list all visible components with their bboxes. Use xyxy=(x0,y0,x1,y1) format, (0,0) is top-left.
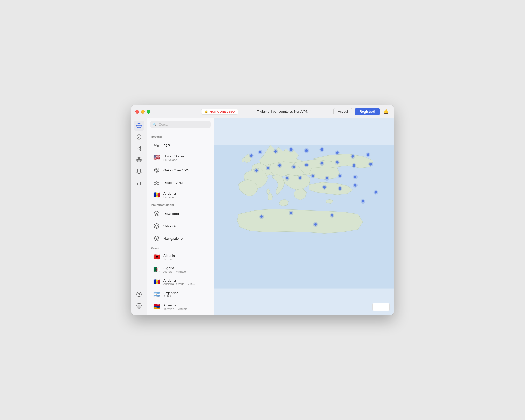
svg-point-55 xyxy=(266,166,270,170)
svg-point-99 xyxy=(374,190,378,195)
list-scroll[interactable]: Recenti P2P 🇺🇸 United States Più velo xyxy=(147,131,214,315)
connection-status-text: NON CONNESSO xyxy=(210,110,235,113)
nav-icon-mesh[interactable] xyxy=(134,143,144,154)
svg-line-6 xyxy=(138,147,140,148)
svg-rect-28 xyxy=(157,183,159,184)
list-item-algeria[interactable]: 🇩🇿 Algeria Algiers – Virtuale xyxy=(148,263,212,276)
titlebar-title: Ti diamo il benvenuto su NordVPN xyxy=(241,110,324,114)
svg-marker-32 xyxy=(154,236,159,238)
svg-point-11 xyxy=(138,159,140,160)
svg-point-49 xyxy=(350,154,355,159)
andorra-flag: 🇦🇩 xyxy=(152,278,161,286)
list-item-navigazione[interactable]: Navigazione xyxy=(148,232,212,245)
svg-rect-19 xyxy=(154,144,156,145)
list-item-andorra-recent[interactable]: 🇦🇩 Andorra Più veloce xyxy=(148,189,212,201)
nav-icon-globe[interactable] xyxy=(134,121,144,131)
nav-icon-shield[interactable] xyxy=(134,132,144,142)
svg-point-71 xyxy=(285,176,290,181)
nav-icon-help[interactable] xyxy=(134,289,144,299)
close-button[interactable] xyxy=(135,110,139,114)
svg-point-87 xyxy=(353,183,358,188)
zoom-in-button[interactable]: + xyxy=(381,303,389,311)
p2p-text: P2P xyxy=(163,144,170,147)
list-panel: 🔍 Recenti P2P 🇺🇸 xyxy=(147,118,214,315)
search-input[interactable] xyxy=(159,123,208,126)
navigazione-text: Navigazione xyxy=(163,237,183,241)
list-item-argentina[interactable]: 🇦🇷 Argentina 2 città xyxy=(148,288,212,301)
icon-sidebar xyxy=(131,118,147,315)
list-item-armenia[interactable]: 🇦🇲 Armenia Yerevan – Virtuale xyxy=(148,301,212,313)
svg-point-53 xyxy=(254,168,259,173)
connection-status: 🔒 NON CONNESSO xyxy=(201,109,238,115)
svg-point-97 xyxy=(361,199,365,204)
list-item-velocita[interactable]: Velocità xyxy=(148,220,212,232)
albania-sub: Tirana xyxy=(163,258,175,261)
svg-point-43 xyxy=(304,148,309,153)
list-item-double-vpn[interactable]: Double VPN xyxy=(148,176,212,189)
nav-icon-layers[interactable] xyxy=(134,166,144,176)
accedi-button[interactable]: Accedi xyxy=(333,108,352,115)
download-text: Download xyxy=(163,212,179,216)
search-input-wrapper: 🔍 xyxy=(150,121,211,128)
armenia-sub: Yerevan – Virtuale xyxy=(163,307,187,310)
albania-flag: 🇦🇱 xyxy=(152,253,161,261)
list-item-p2p[interactable]: P2P xyxy=(148,139,212,152)
velocita-icon xyxy=(152,222,161,230)
navigazione-name: Navigazione xyxy=(163,237,183,241)
svg-point-73 xyxy=(298,175,302,180)
app-window: 🔒 NON CONNESSO Ti diamo il benvenuto su … xyxy=(131,105,394,315)
svg-point-89 xyxy=(259,214,264,219)
icon-sidebar-top xyxy=(134,121,144,288)
svg-point-39 xyxy=(273,149,278,154)
list-item-andorra[interactable]: 🇦🇩 Andorra Andorra la Vella – Virt… xyxy=(148,276,212,288)
svg-point-22 xyxy=(155,169,158,172)
nav-icon-target[interactable] xyxy=(134,155,144,165)
svg-rect-25 xyxy=(157,181,159,182)
svg-point-69 xyxy=(368,162,373,167)
p2p-icon xyxy=(152,141,161,149)
onion-name: Onion Over VPN xyxy=(163,168,189,172)
svg-point-65 xyxy=(335,160,340,165)
list-item-us[interactable]: 🇺🇸 United States Più veloce xyxy=(148,152,212,164)
us-sub: Più veloce xyxy=(163,158,184,161)
section-preimpostazioni-label: Preimpostazioni xyxy=(147,201,214,207)
section-paesi-label: Paesi xyxy=(147,245,214,251)
zoom-out-button[interactable]: − xyxy=(373,303,381,311)
map-area[interactable]: − + xyxy=(214,118,394,315)
nav-icon-stats[interactable] xyxy=(134,177,144,188)
traffic-lights xyxy=(135,110,150,114)
bell-button[interactable]: 🔔 xyxy=(382,108,390,115)
svg-point-93 xyxy=(313,222,318,227)
armenia-name: Armenia xyxy=(163,303,187,307)
argentina-flag: 🇦🇷 xyxy=(152,290,161,298)
maximize-button[interactable] xyxy=(147,110,150,114)
list-item-albania[interactable]: 🇦🇱 Albania Tirana xyxy=(148,251,212,263)
svg-marker-30 xyxy=(154,211,159,214)
lock-icon: 🔒 xyxy=(205,110,208,113)
section-recenti-label: Recenti xyxy=(147,133,214,139)
svg-point-61 xyxy=(304,163,309,167)
list-item-australia[interactable]: 🇦🇺 Australia xyxy=(148,313,212,315)
main-content: 🔍 Recenti P2P 🇺🇸 xyxy=(131,118,394,315)
algeria-flag: 🇩🇿 xyxy=(152,265,161,274)
map-svg xyxy=(214,118,394,315)
minimize-button[interactable] xyxy=(141,110,145,114)
double-vpn-text: Double VPN xyxy=(163,181,183,185)
svg-point-35 xyxy=(249,153,254,158)
registrati-button[interactable]: Registrati xyxy=(355,108,380,115)
andorra-recent-sub: Più veloce xyxy=(163,196,177,199)
svg-point-63 xyxy=(319,161,324,166)
svg-point-41 xyxy=(289,147,294,152)
andorra-recent-name: Andorra xyxy=(163,192,177,196)
nav-icon-settings[interactable] xyxy=(134,301,144,311)
double-vpn-icon xyxy=(152,178,161,187)
svg-point-23 xyxy=(156,169,157,171)
svg-rect-24 xyxy=(154,181,156,182)
double-vpn-name: Double VPN xyxy=(163,181,183,185)
svg-point-16 xyxy=(136,292,141,297)
svg-point-95 xyxy=(330,213,334,218)
list-item-download[interactable]: Download xyxy=(148,207,212,220)
list-item-onion[interactable]: Onion Over VPN xyxy=(148,164,212,176)
map-controls: − + xyxy=(372,303,390,311)
titlebar-actions: Accedi Registrati 🔔 xyxy=(333,108,390,115)
